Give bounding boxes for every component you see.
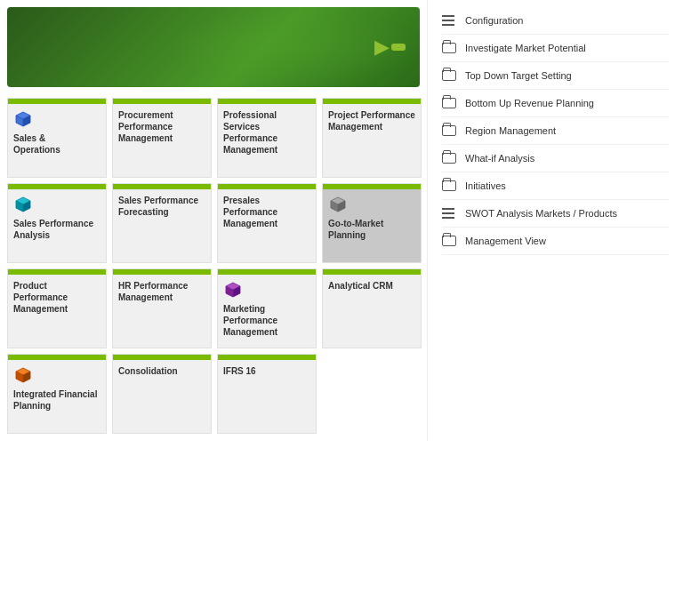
tile-presales[interactable]: Presales Performance Management: [217, 183, 317, 263]
right-panel: ConfigurationInvestigate Market Potentia…: [427, 0, 683, 441]
menu-item-initiatives[interactable]: Initiatives: [442, 172, 669, 200]
tile-label-go-to-market: Go-to-Market Planning: [328, 218, 415, 241]
menu-label-investigate: Investigate Market Potential: [465, 43, 586, 53]
tile-label-integrated: Integrated Financial Planning: [13, 388, 100, 412]
menu-label-configuration: Configuration: [465, 15, 523, 26]
banner-logo: ▶: [373, 36, 406, 59]
tile-label-analytical-crm: Analytical CRM: [328, 280, 415, 292]
left-panel: ▶ Sales & OperationsProcurement Performa…: [0, 0, 427, 441]
menu-label-top-down: Top Down Target Setting: [465, 70, 572, 81]
menu-icon-swot: [442, 206, 458, 220]
tile-label-sales-analysis: Sales Performance Analysis: [13, 218, 100, 241]
tile-icon-sales-analysis: [13, 195, 33, 214]
banner-pm: [391, 44, 406, 51]
menu-icon-initiatives: [442, 179, 458, 193]
tile-label-professional-services: Professional Services Performance Manage…: [223, 109, 310, 156]
tile-label-project: Project Performance Management: [328, 109, 415, 132]
tile-sales-ops[interactable]: Sales & Operations: [7, 98, 107, 178]
tile-label-sales-ops: Sales & Operations: [13, 132, 100, 156]
tile-grid: Sales & OperationsProcurement Performanc…: [7, 98, 420, 434]
tile-product[interactable]: Product Performance Management: [7, 268, 107, 348]
menu-label-what-if: What-if Analysis: [465, 153, 534, 164]
tile-label-ifrs16: IFRS 16: [223, 365, 310, 377]
tile-procurement[interactable]: Procurement Performance Management: [112, 98, 212, 178]
tile-analytical-crm[interactable]: Analytical CRM: [322, 268, 422, 348]
tile-label-sales-forecast: Sales Performance Forecasting: [118, 195, 205, 218]
menu-label-region: Region Management: [465, 125, 556, 136]
tile-label-consolidation: Consolidation: [118, 365, 205, 377]
menu-icon-management-view: [442, 234, 458, 248]
tile-label-presales: Presales Performance Management: [223, 195, 310, 229]
tile-label-procurement: Procurement Performance Management: [118, 109, 205, 144]
tile-icon-go-to-market: [328, 195, 348, 214]
tile-icon-marketing: [223, 280, 243, 300]
menu-icon-bottom-up: [442, 96, 458, 110]
menu-label-swot: SWOT Analysis Markets / Products: [465, 208, 617, 219]
menu-item-investigate[interactable]: Investigate Market Potential: [442, 35, 669, 62]
tile-integrated[interactable]: Integrated Financial Planning: [7, 354, 107, 434]
menu-label-initiatives: Initiatives: [465, 180, 506, 191]
tile-hr[interactable]: HR Performance Management: [112, 268, 212, 348]
menu-icon-what-if: [442, 151, 458, 165]
tile-go-to-market[interactable]: Go-to-Market Planning: [322, 183, 422, 263]
menu-item-top-down[interactable]: Top Down Target Setting: [442, 62, 669, 90]
menu-item-bottom-up[interactable]: Bottom Up Revenue Planning: [442, 90, 669, 117]
menu-item-region[interactable]: Region Management: [442, 117, 669, 145]
menu-label-management-view: Management View: [465, 236, 546, 246]
tile-label-hr: HR Performance Management: [118, 280, 205, 303]
tile-label-product: Product Performance Management: [13, 280, 100, 315]
tile-professional-services[interactable]: Professional Services Performance Manage…: [217, 98, 317, 178]
menu-icon-top-down: [442, 68, 458, 83]
tile-project[interactable]: Project Performance Management: [322, 98, 422, 178]
menu-icon-investigate: [442, 41, 458, 55]
menu-icon-region: [442, 124, 458, 138]
banner: ▶: [7, 7, 420, 87]
tile-icon-sales-ops: [13, 109, 33, 129]
menu-item-swot[interactable]: SWOT Analysis Markets / Products: [442, 200, 669, 228]
tile-icon-integrated: [13, 365, 33, 385]
menu-item-what-if[interactable]: What-if Analysis: [442, 145, 669, 172]
tile-consolidation[interactable]: Consolidation: [112, 354, 212, 434]
menu-icon-configuration: [442, 13, 458, 28]
menu-label-bottom-up: Bottom Up Revenue Planning: [465, 98, 594, 108]
tile-marketing[interactable]: Marketing Performance Management: [217, 268, 317, 348]
menu-item-configuration[interactable]: Configuration: [442, 7, 669, 35]
tile-sales-forecast[interactable]: Sales Performance Forecasting: [112, 183, 212, 263]
menu-item-management-view[interactable]: Management View: [442, 228, 669, 255]
tile-label-marketing: Marketing Performance Management: [223, 303, 310, 338]
tile-sales-analysis[interactable]: Sales Performance Analysis: [7, 183, 107, 263]
banner-arrow: ▶: [374, 36, 390, 59]
tile-ifrs16[interactable]: IFRS 16: [217, 354, 317, 434]
